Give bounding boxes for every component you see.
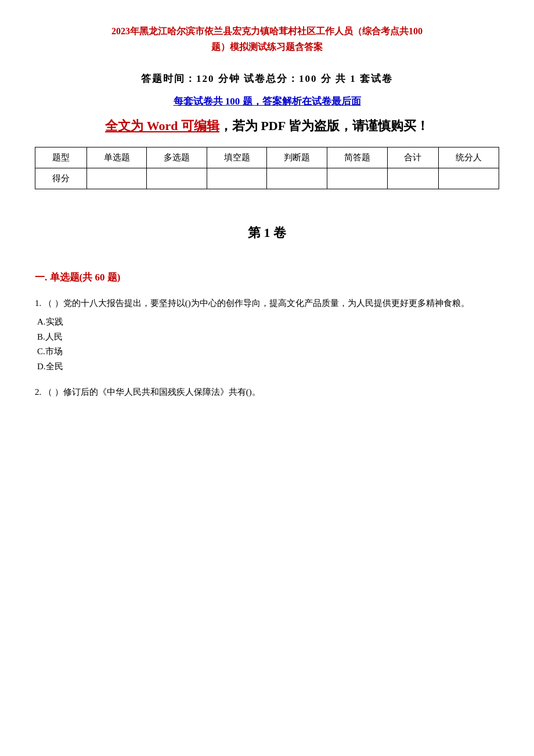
q2-number: 2. — [35, 387, 41, 397]
col-header-total: 合计 — [387, 147, 439, 168]
exam-info: 答题时间：120 分钟 试卷总分：100 分 共 1 套试卷 — [35, 72, 499, 85]
score-label: 得分 — [35, 168, 87, 189]
col-header-multi: 多选题 — [147, 147, 207, 168]
q1-option-b: B.人民 — [37, 330, 499, 345]
score-single — [86, 168, 147, 189]
q1-number: 1. — [35, 298, 41, 308]
col-header-scorer: 统分人 — [439, 147, 499, 168]
score-judge — [267, 168, 327, 189]
exam-warning: 全文为 Word 可编辑，若为 PDF 皆为盗版，请谨慎购买！ — [35, 116, 499, 135]
score-scorer — [439, 168, 499, 189]
col-header-single: 单选题 — [86, 147, 147, 168]
score-total — [387, 168, 439, 189]
volume-title: 第 1 卷 — [35, 224, 499, 242]
q1-content: （ ）党的十八大报告提出，要坚持以()为中心的创作导向，提高文化产品质量，为人民… — [44, 298, 470, 308]
page-title: 2023年黑龙江哈尔滨市依兰县宏克力镇哈茸村社区工作人员（综合考点共100 题）… — [35, 23, 499, 55]
section1-title: 一. 单选题(共 60 题) — [35, 271, 499, 284]
q2-content: （ ）修订后的《中华人民共和国残疾人保障法》共有()。 — [44, 387, 261, 397]
question-2: 2. （ ）修订后的《中华人民共和国残疾人保障法》共有()。 — [35, 384, 499, 400]
col-header-fill: 填空题 — [207, 147, 267, 168]
score-table: 题型 单选题 多选题 填空题 判断题 简答题 合计 统分人 得分 — [35, 147, 499, 189]
score-short — [327, 168, 388, 189]
question-1-text: 1. （ ）党的十八大报告提出，要坚持以()为中心的创作导向，提高文化产品质量，… — [35, 296, 499, 311]
score-multi — [147, 168, 207, 189]
q1-option-a: A.实践 — [37, 315, 499, 330]
score-fill — [207, 168, 267, 189]
warning-pdf-part: ，若为 PDF 皆为盗版，请谨慎购买！ — [219, 118, 429, 133]
question-2-text: 2. （ ）修订后的《中华人民共和国残疾人保障法》共有()。 — [35, 384, 499, 400]
exam-subtitle: 每套试卷共 100 题，答案解析在试卷最后面 — [35, 95, 499, 108]
q1-option-c: C.市场 — [37, 344, 499, 359]
question-1: 1. （ ）党的十八大报告提出，要坚持以()为中心的创作导向，提高文化产品质量，… — [35, 296, 499, 374]
q1-option-d: D.全民 — [37, 359, 499, 375]
col-header-judge: 判断题 — [267, 147, 327, 168]
table-score-row: 得分 — [35, 168, 499, 189]
col-header-short: 简答题 — [327, 147, 388, 168]
warning-word-part: 全文为 Word 可编辑 — [105, 118, 219, 133]
col-header-type: 题型 — [35, 147, 87, 168]
table-header-row: 题型 单选题 多选题 填空题 判断题 简答题 合计 统分人 — [35, 147, 499, 168]
